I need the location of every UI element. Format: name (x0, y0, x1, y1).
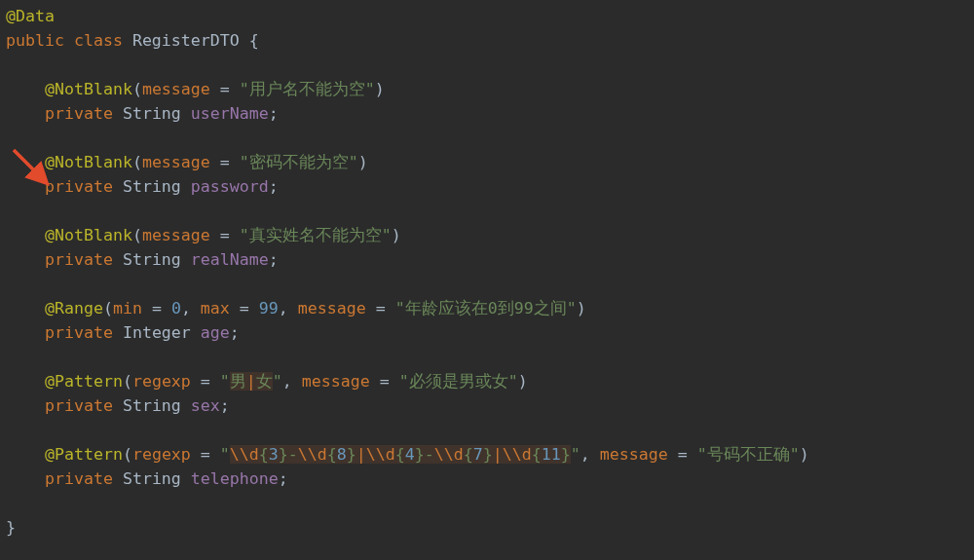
param-message: message (142, 80, 220, 98)
brace-open: { (249, 31, 259, 50)
indent (6, 250, 45, 269)
field-name: realName (191, 250, 269, 269)
indent (6, 445, 45, 464)
equals: = (376, 299, 395, 317)
semicolon: ; (269, 250, 279, 269)
blank-line (6, 421, 16, 439)
class-name: RegisterDTO (132, 31, 249, 50)
comma: , (581, 445, 600, 464)
regex-esc: \\d (366, 445, 395, 464)
regex-brace: { (532, 445, 542, 464)
regex-brace: } (415, 445, 425, 464)
semicolon: ; (230, 323, 240, 342)
regex-num: 3 (269, 445, 279, 464)
regex-num: 11 (542, 445, 561, 464)
blank-line (6, 494, 16, 512)
code-line: private String realName; (6, 250, 279, 269)
regex-num: 8 (337, 445, 347, 464)
string-literal: "必须是男或女" (399, 372, 518, 391)
annotation: @NotBlank (45, 80, 132, 98)
regex-dash: - (425, 445, 434, 464)
indent (6, 372, 45, 391)
indent (6, 226, 45, 244)
code-line: private String sex; (6, 396, 230, 415)
regex-num: 7 (473, 445, 483, 464)
keyword-private: private (45, 469, 123, 488)
comma: , (181, 299, 201, 317)
regex-esc: \\d (230, 445, 259, 464)
semicolon: ; (279, 469, 288, 488)
string-literal: "用户名不能为空" (240, 80, 375, 98)
keyword-public: public (6, 31, 74, 50)
keyword-private: private (45, 396, 123, 415)
regex-pipe: | (356, 445, 366, 464)
number: 0 (171, 299, 181, 317)
code-line: @NotBlank(message = "真实姓名不能为空") (6, 226, 401, 244)
indent (6, 104, 45, 123)
regex-pipe: | (493, 445, 503, 464)
paren: ( (123, 372, 132, 391)
keyword-class: class (74, 31, 132, 50)
regex-dash: - (288, 445, 298, 464)
string-literal: "真实姓名不能为空" (240, 226, 392, 244)
param-min: min (113, 299, 152, 317)
code-line: @NotBlank(message = "密码不能为空") (6, 153, 368, 171)
type-string: String (123, 469, 191, 488)
paren: ) (392, 226, 401, 244)
paren: ) (375, 80, 385, 98)
paren: ( (123, 445, 132, 464)
code-line: private String telephone; (6, 469, 288, 488)
indent (6, 469, 45, 488)
code-line: @NotBlank(message = "用户名不能为空") (6, 80, 385, 98)
brace-close: } (6, 518, 16, 537)
field-name: sex (191, 396, 220, 415)
comma: , (282, 372, 302, 391)
paren: ) (358, 153, 368, 171)
paren: ) (577, 299, 586, 317)
field-name: age (201, 323, 230, 342)
regex-brace: { (395, 445, 405, 464)
regex-brace: { (464, 445, 473, 464)
regex-brace: } (279, 445, 288, 464)
field-name: userName (191, 104, 269, 123)
type-string: String (123, 250, 191, 269)
annotation: @Data (6, 7, 55, 25)
annotation: @Range (45, 299, 103, 317)
annotation: @Pattern (45, 372, 123, 391)
equals: = (380, 372, 399, 391)
param-message: message (298, 299, 376, 317)
code-editor[interactable]: @Data public class RegisterDTO { @NotBla… (0, 0, 974, 560)
arrow-icon (10, 122, 58, 217)
number: 99 (259, 299, 279, 317)
param-message: message (142, 153, 220, 171)
code-line: @Pattern(regexp = "\\d{3}-\\d{8}|\\d{4}-… (6, 445, 809, 464)
code-line: @Range(min = 0, max = 99, message = "年龄应… (6, 299, 586, 317)
equals: = (201, 372, 220, 391)
semicolon: ; (269, 104, 279, 123)
param-max: max (201, 299, 240, 317)
paren: ) (518, 372, 528, 391)
quote: " (220, 445, 230, 464)
field-name: password (191, 177, 269, 196)
svg-line-1 (14, 150, 45, 181)
equals: = (152, 299, 171, 317)
keyword-private: private (45, 250, 123, 269)
blank-line (6, 56, 16, 74)
regex-num: 4 (405, 445, 415, 464)
param-message: message (302, 372, 380, 391)
blank-line (6, 348, 16, 366)
paren: ( (103, 299, 113, 317)
regex-brace: { (327, 445, 337, 464)
equals: = (220, 153, 240, 171)
quote: " (571, 445, 581, 464)
semicolon: ; (269, 177, 279, 196)
paren: ( (132, 226, 142, 244)
regex-literal: 女 (256, 372, 273, 391)
equals: = (240, 299, 259, 317)
string-literal: "密码不能为空" (240, 153, 358, 171)
keyword-private: private (45, 104, 123, 123)
code-line: @Pattern(regexp = "男|女", message = "必须是男… (6, 372, 528, 391)
regex-esc: \\d (298, 445, 327, 464)
regex-esc: \\d (503, 445, 532, 464)
quote: " (273, 372, 282, 391)
